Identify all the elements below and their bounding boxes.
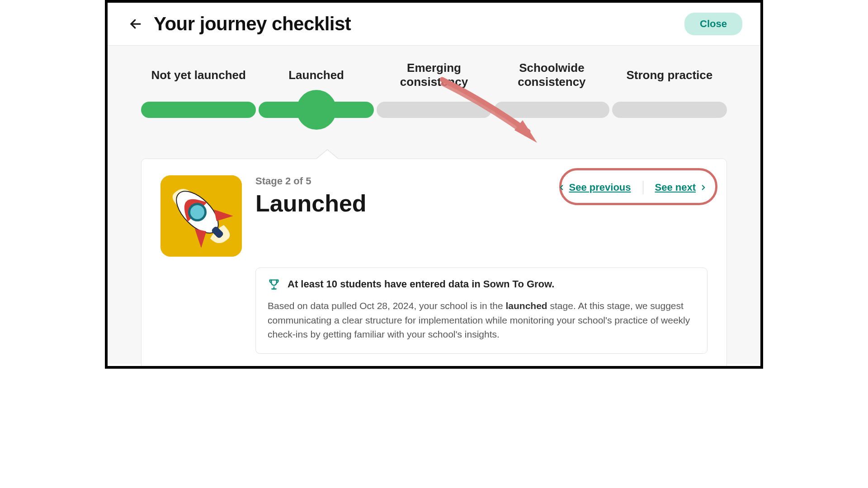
back-button[interactable] (126, 14, 146, 34)
progress-segment (141, 102, 256, 118)
progress-knob (297, 90, 336, 130)
progress-segment (494, 102, 609, 118)
chevron-right-icon (699, 183, 708, 192)
stage-labels: Not yet launched Launched Emerging consi… (141, 61, 727, 89)
rocket-icon (160, 175, 242, 257)
nav-separator (643, 181, 643, 194)
nav-label: See previous (569, 182, 631, 193)
nav-label: See next (655, 182, 696, 193)
see-previous-link[interactable]: See previous (557, 182, 631, 193)
page-frame: Your journey checklist Close Not yet lau… (105, 0, 763, 369)
info-body: Based on data pulled Oct 28, 2024, your … (268, 299, 695, 342)
header: Your journey checklist Close (108, 3, 760, 46)
progress-segment (377, 102, 491, 118)
rocket-badge (160, 175, 242, 257)
page-title: Your journey checklist (154, 13, 684, 35)
info-head: At least 10 students have entered data i… (268, 278, 695, 291)
stage-label: Not yet launched (141, 61, 256, 89)
arrow-left-icon (129, 17, 142, 31)
progress-bar (141, 102, 727, 118)
chevron-left-icon (557, 183, 566, 192)
stage-nav: See previous See next (557, 181, 708, 194)
stage-label: Launched (259, 61, 373, 89)
stage-label: Emerging consistency (377, 61, 491, 89)
close-button[interactable]: Close (684, 13, 742, 35)
info-box: At least 10 students have entered data i… (255, 267, 708, 354)
svg-marker-1 (514, 120, 537, 143)
card-top: Stage 2 of 5 Launched See previous See n… (160, 175, 708, 257)
progress-segment (612, 102, 727, 118)
trophy-icon (268, 278, 280, 291)
stage-card: Stage 2 of 5 Launched See previous See n… (141, 159, 727, 369)
info-body-pre: Based on data pulled Oct 28, 2024, your … (268, 300, 506, 311)
stage-label: Strong practice (612, 61, 727, 89)
info-body-bold: launched (506, 300, 547, 311)
info-headline: At least 10 students have entered data i… (288, 278, 554, 290)
body: Not yet launched Launched Emerging consi… (108, 46, 760, 364)
see-next-link[interactable]: See next (655, 182, 708, 193)
stage-label: Schoolwide consistency (494, 61, 609, 89)
